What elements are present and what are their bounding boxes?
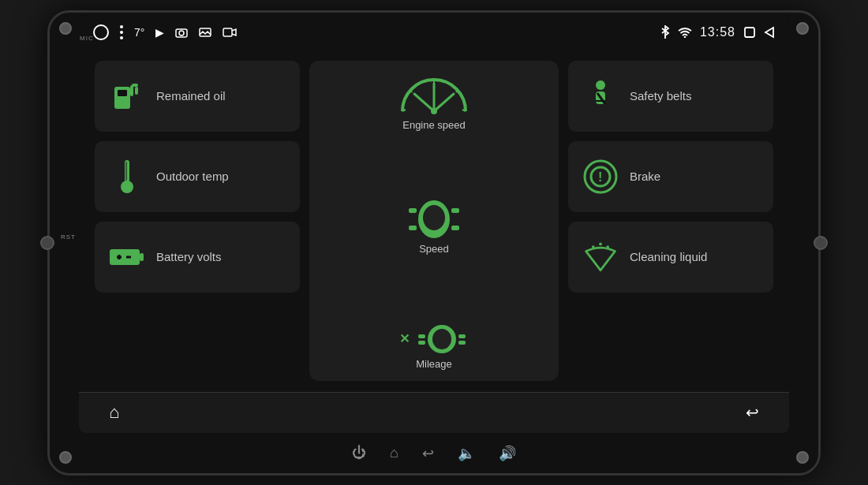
svg-rect-33 [451,208,459,213]
svg-point-42 [596,80,605,90]
screen: 7° ▶ [79,15,789,433]
battery-volts-label: Battery volts [156,250,222,263]
svg-line-49 [586,251,600,270]
svg-rect-39 [458,334,466,338]
tile-outdoor-temp[interactable]: Outdoor temp [95,141,300,212]
power-button[interactable]: ⏻ [352,445,366,461]
brake-label: Brake [630,170,660,183]
menu-dots-icon[interactable] [120,25,123,39]
bolt-tr [796,22,809,35]
wiper-icon [582,239,619,275]
svg-rect-34 [409,226,417,230]
home-circle-icon[interactable] [93,24,109,40]
svg-rect-41 [458,341,466,345]
mileage-car-icon [414,323,470,355]
svg-rect-15 [125,162,127,181]
svg-point-14 [121,181,133,193]
rst-label: RST [61,233,76,241]
svg-rect-10 [130,85,133,96]
youtube-icon[interactable]: ▶ [155,26,164,39]
svg-rect-17 [140,253,144,261]
svg-rect-35 [451,226,459,230]
svg-rect-40 [418,341,425,345]
time-display: 13:58 [700,25,735,39]
speed-section: Speed [402,199,466,255]
svg-marker-7 [765,28,773,37]
svg-point-29 [431,108,437,114]
back-hw-button[interactable]: ↩ [422,445,434,462]
safety-belts-label: Safety belts [630,89,691,103]
svg-rect-3 [223,28,232,36]
engine-speed-section: Engine speed [395,72,473,131]
bottom-buttons: ⏻ ⌂ ↩ 🔈 🔊 [79,436,789,471]
seatbelt-icon [582,78,619,114]
svg-line-50 [600,251,615,270]
brake-icon: ! [582,159,619,195]
photo-icon[interactable] [199,27,211,38]
svg-line-26 [414,94,434,111]
bolt-bl [59,451,72,464]
mileage-section: ✕ Mileage [399,323,470,370]
vol-down-button[interactable]: 🔈 [458,445,475,462]
window-icon[interactable] [743,26,756,39]
remained-oil-label: Remained oil [156,89,226,103]
center-panel: Engine speed [309,61,559,381]
svg-point-51 [592,245,595,248]
tile-brake[interactable]: ! Brake [568,141,773,212]
cleaning-liquid-label: Cleaning liquid [630,250,707,263]
knob-left[interactable] [40,236,54,250]
nav-bar: ⌂ ↩ [79,392,789,433]
engine-speed-label: Engine speed [402,119,466,131]
wifi-icon [678,27,692,38]
svg-line-28 [434,94,454,111]
status-right: 13:58 [660,25,775,39]
speed-label: Speed [419,243,449,255]
svg-point-5 [684,35,686,37]
center-column: Engine speed [309,61,559,381]
bolt-tl [59,22,72,35]
svg-point-52 [599,242,602,245]
speedometer-svg [395,72,473,116]
knob-right[interactable] [814,236,828,250]
svg-rect-32 [409,208,417,213]
mic-label: MIC [80,35,94,42]
svg-rect-38 [418,334,425,338]
outdoor-temp-label: Outdoor temp [156,170,229,183]
vol-up-button[interactable]: 🔊 [499,445,516,462]
svg-text:!: ! [598,170,602,184]
back-triangle-icon[interactable] [764,26,775,39]
status-bar: 7° ▶ [79,15,789,50]
svg-rect-16 [110,249,140,265]
main-content: Remained oil Outdoor temp [79,50,789,392]
svg-point-37 [432,329,451,349]
right-column: Safety belts ! Brake [568,61,773,381]
svg-point-31 [423,205,445,230]
tile-safety-belts[interactable]: Safety belts [568,61,773,132]
svg-rect-12 [135,87,138,95]
mileage-label: Mileage [416,358,452,370]
home-hw-button[interactable]: ⌂ [390,445,398,461]
tile-remained-oil[interactable]: Remained oil [95,61,300,132]
back-nav-icon[interactable]: ↩ [739,397,765,428]
svg-rect-9 [118,90,127,96]
device-frame: MIC RST 7° ▶ [47,10,821,476]
bluetooth-icon [660,25,670,39]
svg-rect-6 [745,28,754,37]
thermometer-icon [109,159,145,195]
bolt-br [796,451,809,464]
svg-rect-11 [132,84,138,87]
temperature-display: 7° [134,26,144,39]
battery-icon [109,239,145,275]
svg-point-53 [606,245,609,248]
home-nav-icon[interactable]: ⌂ [103,396,125,429]
fuel-icon [109,78,145,114]
camera-icon[interactable] [175,27,188,38]
tile-cleaning-liquid[interactable]: Cleaning liquid [568,222,773,293]
left-column: Remained oil Outdoor temp [95,61,300,381]
video-icon[interactable] [223,27,237,38]
svg-point-1 [179,31,184,35]
status-left: 7° ▶ [93,24,237,40]
speed-car-icon [402,199,466,240]
tile-battery-volts[interactable]: Battery volts [95,222,300,293]
